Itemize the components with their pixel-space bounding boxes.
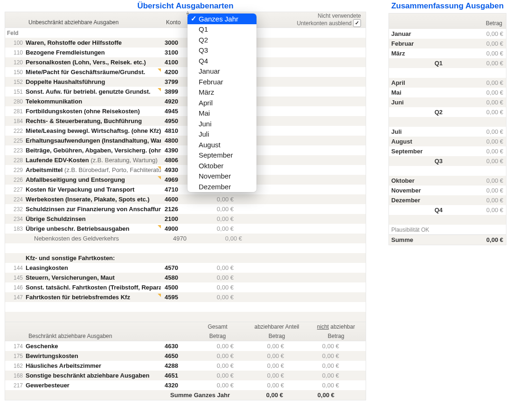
feld-cell: 223 [5,147,26,154]
desc-cell: Übrige Schuldzinsen [26,215,161,222]
desc-cell: Miete/Leasing bewegl. Wirtschaftsg. (ohn… [26,127,161,134]
period-dropdown[interactable]: Ganzes JahrQ1Q2Q3Q4JanuarFebruarMärzApri… [187,14,256,192]
table-row[interactable]: 100Waren, Rohstoffe oder Hilfsstoffe3000… [5,38,366,48]
sum-v1: 0,00 € [236,392,287,399]
feld-cell: 175 [5,353,26,359]
table-row[interactable]: 232Schuldzinsen zur Finanzierung von Ans… [5,204,366,214]
left-header: Unbeschränkt abziehbare Ausgaben Konto N… [5,12,366,28]
hide-subaccounts-checkbox[interactable] [353,19,361,27]
desc-cell: Arbeitsmittel (z.B. Bürobedarf, Porto, F… [26,166,161,173]
period-option[interactable]: April [187,97,256,108]
right-title: Zusammenfassung Ausgaben [388,1,506,11]
konto-cell: 4970 [169,235,198,242]
table-row[interactable]: 226Abfallbeseitigung und Entsorgung49690… [5,175,366,185]
period-option[interactable]: Januar [187,66,256,77]
konto-cell: 4810 [161,127,190,134]
month-label: November [389,187,443,194]
note-marker-icon [157,166,161,170]
rows-section1: Feld 100Waren, Rohstoffe oder Hilfsstoff… [5,28,366,322]
table-row[interactable]: 224Werbekosten (Inserate, Plakate, Spots… [5,194,366,204]
desc-cell: Kosten für Verpackung und Transport [26,186,161,193]
month-label: Juni [389,99,443,106]
feld-cell: 184 [5,118,26,124]
table-row[interactable]: 184Rechts- & Steuerberatung, Buchführung… [5,116,366,126]
desc-cell: Sonst. Aufw. für betriebl. genutzte Grun… [26,88,161,95]
konto-cell: 4650 [161,352,190,359]
amount-cell: 0,00 € [198,235,246,242]
feld-cell: 183 [5,226,26,232]
table-row[interactable]: 147Fahrtkosten für betriebsfremdes Kfz45… [5,292,366,302]
period-option[interactable]: November [187,171,256,182]
table-row[interactable]: 175Bewirtungskosten46500,00 €0,00 €0,00 … [5,351,366,361]
amount-gesamt: 0,00 € [190,372,237,379]
feld-cell: 227 [5,186,26,193]
table-row[interactable]: 145Steuern, Versicherungen, Maut45800,00… [5,273,366,282]
amount-abziehbar: 0,00 € [237,343,288,350]
month-label: August [389,138,443,145]
period-option[interactable]: Q1 [187,24,256,35]
table-row[interactable]: Nebenkosten des Geldverkehrs49700,00 € [5,234,366,243]
limited-header: Gesamt abziehbarer Anteil nicht abziehba… [5,322,366,341]
table-row[interactable]: 174Geschenke46300,00 €0,00 €0,00 € [5,341,366,351]
quarter-label: Q4 [389,207,446,213]
table-row[interactable]: 227Kosten für Verpackung und Transport47… [5,185,366,194]
period-option[interactable]: Q4 [187,55,256,66]
table-row[interactable]: 229Arbeitsmittel (z.B. Bürobedarf, Porto… [5,165,366,175]
period-option[interactable]: Q2 [187,34,256,45]
month-row: August0,00 € [389,137,506,146]
table-row[interactable]: 150Miete/Pacht für Geschäftsräume/Grunds… [5,67,366,77]
period-option[interactable]: September [187,150,256,161]
feld-cell: 100 [5,40,26,46]
table-row[interactable]: 146Sonst. tatsächl. Fahrtkosten (Treibst… [5,282,366,292]
month-amount: 0,00 € [443,99,506,106]
table-row[interactable]: 223Beiträge, Gebühren, Abgaben, Versiche… [5,145,366,155]
amount-abziehbar: 0,00 € [237,362,288,369]
col-amount: Betrag [486,20,506,27]
table-row[interactable]: 222Miete/Leasing bewegl. Wirtschaftsg. (… [5,126,366,136]
table-row[interactable]: 228Laufende EDV-Kosten (z.B. Beratung, W… [5,155,366,165]
table-row[interactable]: 151Sonst. Aufw. für betriebl. genutzte G… [5,87,366,96]
month-label: Februar [389,40,443,47]
desc-cell: Geschenke [26,343,161,350]
month-row: Februar0,00 € [389,39,506,48]
table-row[interactable]: 281Fortbildungskosten (ohne Reisekosten)… [5,106,366,116]
period-option[interactable]: März [187,87,256,98]
period-option[interactable]: Q3 [187,45,256,56]
month-row: Juni0,00 € [389,97,506,107]
period-option[interactable]: Juni [187,118,256,129]
period-option[interactable]: Mai [187,108,256,119]
table-row[interactable]: 120Personalkosten (Lohn, Vers., Reisek. … [5,57,366,67]
period-option[interactable]: Dezember [187,181,256,192]
table-row[interactable]: 280Telekommunikation49200,00 € [5,96,366,106]
month-amount: 0,00 € [443,148,506,155]
left-grid: Unbeschränkt abziehbare Ausgaben Konto N… [5,12,366,400]
period-option[interactable]: Ganzes Jahr [187,14,256,24]
period-option[interactable]: Februar [187,76,256,87]
desc-cell: Werbekosten (Inserate, Plakate, Spots et… [26,196,161,203]
table-row[interactable]: 168Sonstige beschränkt abziehbare Ausgab… [5,371,366,380]
konto-cell: 4320 [161,382,190,389]
period-option[interactable]: August [187,139,256,150]
table-row[interactable]: 152Doppelte Haushaltsführung37990,00 € [5,77,366,87]
amount-gesamt: 0,00 € [190,352,237,359]
period-option[interactable]: Juli [187,129,256,140]
month-label: April [389,79,443,86]
konto-cell: 3000 [161,39,190,46]
month-row: November0,00 € [389,186,506,195]
table-row[interactable]: 234Übrige Schuldzinsen21000,00 € [5,214,366,224]
table-row[interactable]: 217Gewerbesteuer43200,00 €0,00 €0,00 € [5,380,366,390]
feld-cell: 150 [5,69,26,76]
table-row[interactable]: 110Bezogene Fremdleistungen31000,00 € [5,48,366,57]
table-row[interactable]: 162Häusliches Arbeitszimmer42880,00 €0,0… [5,361,366,371]
konto-cell: 2126 [161,206,190,213]
month-amount: 0,00 € [443,187,506,194]
table-row[interactable]: 183Übrige unbeschr. Betriebsausgaben4900… [5,224,366,234]
period-option[interactable]: Oktober [187,160,256,171]
desc-cell: Personalkosten (Lohn, Vers., Reisek. etc… [26,59,161,66]
month-amount: 0,00 € [443,177,506,184]
month-amount: 0,00 € [443,89,506,96]
table-row[interactable]: 144Leasingkosten45700,00 € [5,263,366,273]
table-row[interactable]: 225Erhaltungsaufwendungen (Instandhaltun… [5,136,366,145]
desc-cell: Bewirtungskosten [26,352,161,359]
desc-cell: Häusliches Arbeitszimmer [26,362,161,369]
